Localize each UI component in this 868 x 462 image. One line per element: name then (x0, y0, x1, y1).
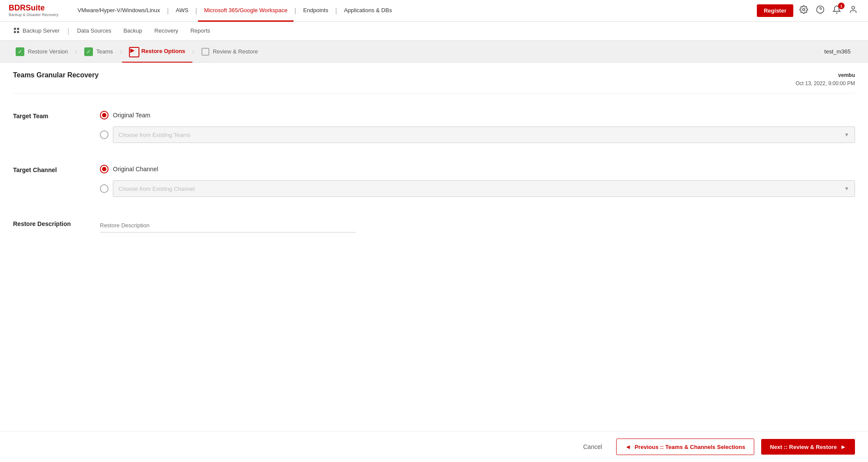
page-header: Teams Granular Recovery vembu Oct 13, 20… (13, 71, 855, 93)
nav-data-sources-label: Data Sources (77, 27, 111, 34)
radio-existing-team-btn[interactable] (100, 130, 109, 139)
restore-description-input[interactable] (100, 219, 356, 233)
radio-original-team-label: Original Team (113, 112, 150, 119)
logo-sub-text: Backup & Disaster Recovery (9, 13, 59, 17)
notification-icon-button[interactable]: 1 (831, 3, 843, 18)
nav-backup-server[interactable]: Backup Server (9, 22, 64, 41)
sep3: | (294, 7, 297, 15)
choose-existing-teams-dropdown[interactable]: Choose from Existing Teams ▼ (113, 126, 855, 143)
step-teams-label: Teams (96, 48, 113, 55)
step-teams[interactable]: ✓ Teams (77, 41, 120, 63)
radio-original-channel-btn[interactable] (100, 165, 109, 173)
form-row-target-channel: Target Channel Original Channel Choose f… (13, 160, 855, 201)
radio-existing-team[interactable]: Choose from Existing Teams ▼ (100, 126, 855, 143)
settings-icon-button[interactable] (798, 3, 810, 18)
step-restore-options-icon (129, 47, 138, 56)
top-nav-links: VMware/Hyper-V/Windows/Linux | AWS | Mic… (72, 0, 757, 22)
nav-recovery-label: Recovery (155, 27, 178, 34)
nav-data-sources[interactable]: Data Sources (73, 22, 116, 41)
grid-icon (13, 27, 20, 34)
page-title: Teams Granular Recovery (13, 71, 99, 79)
page-meta-date: Oct 13, 2022, 9:00:00 PM (795, 80, 855, 88)
top-nav: BDRSuite Backup & Disaster Recovery VMwa… (0, 0, 868, 22)
form-row-target-team: Target Team Original Team Choose from Ex… (13, 106, 855, 147)
settings-icon (799, 5, 808, 14)
nav-reports-label: Reports (190, 27, 210, 34)
radio-existing-channel[interactable]: Choose from Existing Channel ▼ (100, 180, 855, 197)
notification-badge: 1 (838, 3, 845, 9)
radio-existing-channel-btn[interactable] (100, 184, 109, 193)
user-icon (849, 5, 858, 14)
target-team-controls: Original Team Choose from Existing Teams… (100, 111, 855, 143)
stepper-bar: ✓ Restore Version › ✓ Teams › Restore Op… (0, 41, 868, 63)
stepper-steps: ✓ Restore Version › ✓ Teams › Restore Op… (9, 41, 265, 63)
nav-reports[interactable]: Reports (186, 22, 215, 41)
radio-original-channel-label: Original Channel (113, 166, 158, 173)
help-icon-button[interactable] (814, 3, 826, 18)
step-restore-options-label: Restore Options (141, 48, 185, 54)
top-nav-right: Register 1 (757, 3, 859, 18)
nav-recovery[interactable]: Recovery (150, 22, 183, 41)
svg-rect-6 (14, 31, 16, 33)
radio-original-team-btn[interactable] (100, 111, 109, 120)
target-channel-controls: Original Channel Choose from Existing Ch… (100, 165, 855, 197)
svg-rect-4 (14, 28, 16, 30)
step-restore-version-check: ✓ (16, 47, 24, 56)
second-nav: Backup Server | Data Sources Backup Reco… (0, 22, 868, 41)
restore-description-label: Restore Description (13, 219, 100, 227)
stepper-account: test_m365 (824, 48, 859, 55)
target-channel-label: Target Channel (13, 165, 100, 173)
main-content: Teams Granular Recovery vembu Oct 13, 20… (0, 63, 868, 438)
choose-existing-teams-placeholder: Choose from Existing Teams (119, 132, 190, 138)
svg-point-3 (852, 7, 855, 10)
nav-backup[interactable]: Backup (119, 22, 146, 41)
help-icon (816, 5, 825, 14)
nav-aws[interactable]: AWS (170, 0, 195, 22)
step-restore-version-label: Restore Version (28, 48, 68, 55)
target-team-label: Target Team (13, 111, 100, 120)
nav-backup-server-label: Backup Server (23, 27, 59, 34)
page-meta-user: vembu (795, 71, 855, 80)
nav-sep1: | (67, 27, 69, 35)
step-restore-version[interactable]: ✓ Restore Version (9, 41, 75, 63)
svg-point-0 (803, 9, 805, 11)
sep4: | (334, 7, 338, 15)
radio-original-channel[interactable]: Original Channel (100, 165, 855, 173)
nav-backup-label: Backup (123, 27, 142, 34)
step-review-restore[interactable]: Review & Restore (195, 41, 265, 63)
nav-endpoints[interactable]: Endpoints (297, 0, 334, 22)
register-button[interactable]: Register (757, 4, 793, 17)
choose-existing-channel-placeholder: Choose from Existing Channel (119, 186, 195, 192)
logo-bdr-text: BDRSuite (9, 4, 59, 13)
svg-rect-5 (17, 28, 19, 30)
radio-original-team[interactable]: Original Team (100, 111, 855, 120)
form-row-restore-description: Restore Description (13, 214, 855, 237)
step-restore-options[interactable]: Restore Options (122, 41, 192, 63)
sep2: | (195, 7, 198, 15)
form-section: Target Team Original Team Choose from Ex… (13, 102, 855, 254)
logo: BDRSuite Backup & Disaster Recovery (9, 4, 59, 17)
choose-existing-channel-arrow: ▼ (844, 186, 849, 192)
user-icon-button[interactable] (847, 3, 859, 18)
nav-apps-dbs[interactable]: Applications & DBs (338, 0, 398, 22)
step-teams-check: ✓ (84, 47, 93, 56)
nav-ms365[interactable]: Microsoft 365/Google Workspace (198, 0, 294, 22)
nav-vmware[interactable]: VMware/Hyper-V/Windows/Linux (72, 0, 166, 22)
svg-rect-7 (17, 31, 19, 33)
stepper-account-name: test_m365 (824, 48, 851, 55)
sep1: | (166, 7, 170, 15)
page-meta: vembu Oct 13, 2022, 9:00:00 PM (795, 71, 855, 88)
choose-existing-channel-dropdown[interactable]: Choose from Existing Channel ▼ (113, 180, 855, 197)
step-review-restore-icon (201, 48, 209, 56)
choose-existing-teams-arrow: ▼ (844, 132, 849, 138)
page-footer: Cancel ◄ Previous :: Teams & Channels Se… (0, 431, 868, 438)
restore-description-controls (100, 219, 855, 233)
step-review-restore-label: Review & Restore (213, 48, 258, 55)
